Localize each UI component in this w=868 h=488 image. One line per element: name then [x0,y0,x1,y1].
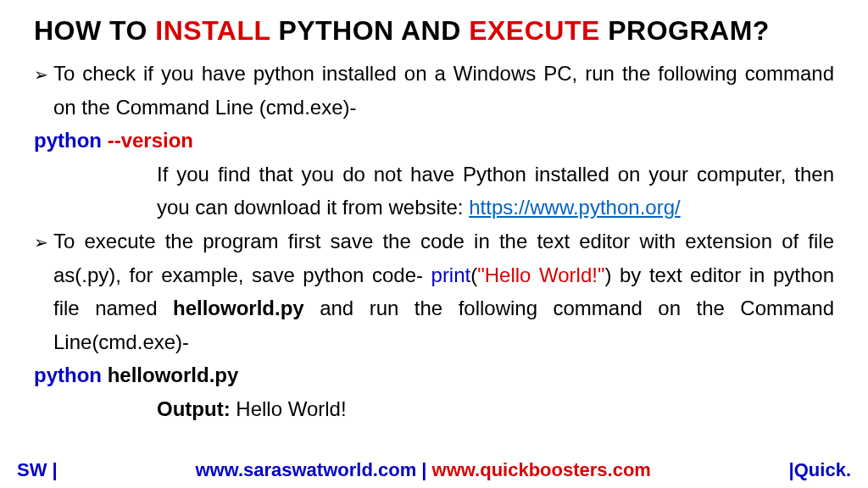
slide-body: ➢ To check if you have python installed … [34,57,834,426]
bullet-arrow-icon: ➢ [34,229,48,257]
output-value: Hello World! [236,397,346,420]
filename: helloworld.py [173,297,304,319]
title-part: PROGRAM? [600,15,770,46]
bullet-item-2: ➢ To execute the program first save the … [34,225,834,358]
python-org-link[interactable]: https://www.python.org/ [469,196,680,219]
footer-right: |Quick. [789,459,851,481]
code-string: "Hello World!" [477,263,604,286]
bullet-arrow-icon: ➢ [34,61,48,89]
command-line-2: python helloworld.py [34,358,834,392]
cmd-flag: --version [108,129,193,152]
footer-url-2: www.quickboosters.com [432,459,651,480]
footer-url-1: www.saraswatworld.com | [195,459,431,480]
download-info: If you find that you do not have Python … [34,158,834,225]
title-part: HOW TO [34,15,155,46]
output-label: Output: [157,397,236,420]
bullet-item-1: ➢ To check if you have python installed … [34,57,834,124]
command-line-1: python --version [34,124,834,158]
title-part: PYTHON AND [270,15,469,46]
code-print: print [431,263,471,286]
title-execute: EXECUTE [469,15,600,46]
footer-left: SW | [17,459,58,481]
output-line: Output: Hello World! [34,392,834,426]
bullet-1-text: To check if you have python installed on… [53,57,834,124]
slide-footer: SW | www.saraswatworld.com | www.quickbo… [0,459,868,481]
footer-center: www.saraswatworld.com | www.quickbooster… [195,459,651,481]
title-install: INSTALL [155,15,270,46]
cmd-file: helloworld.py [108,363,239,386]
cmd-python: python [34,363,108,386]
bullet-2-content: To execute the program first save the co… [53,225,834,358]
cmd-python: python [34,129,108,152]
slide-title: HOW TO INSTALL PYTHON AND EXECUTE PROGRA… [34,15,834,47]
